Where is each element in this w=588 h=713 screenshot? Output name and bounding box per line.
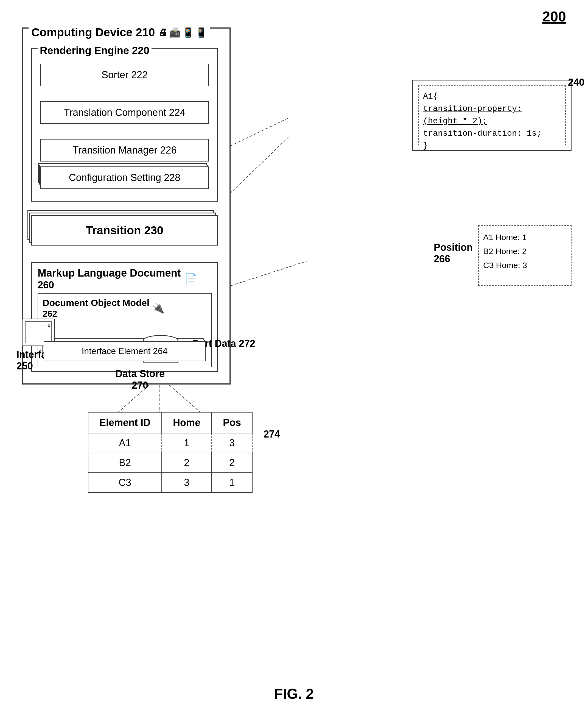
sorter-box: Sorter 222: [40, 64, 209, 86]
table-header-home: Home: [162, 412, 212, 433]
css-block-inner: A1{ transition-property: (height * 2); t…: [418, 85, 566, 145]
css-text: A1{ transition-property: (height * 2); t…: [423, 90, 561, 152]
transition-box: Transition 230: [31, 215, 218, 246]
markup-doc-label: Markup Language Document260 📄: [38, 267, 198, 291]
table-row: C3 3 1: [88, 473, 252, 492]
table-cell-home: 1: [162, 433, 212, 453]
interface-element-stack: Interface Element 264: [44, 341, 206, 361]
position-text: A1 Home: 1 B2 Home: 2 C3 Home: 3: [483, 230, 567, 272]
position-label: Position 266: [434, 242, 473, 265]
css-block-box: A1{ transition-property: (height * 2); t…: [412, 80, 571, 151]
table-cell-pos: 1: [212, 473, 252, 492]
table-label-274: 274: [264, 428, 280, 440]
figure-number: 200: [542, 8, 566, 25]
fig-caption: FIG. 2: [274, 686, 314, 702]
device-icon-1: 🖨: [158, 27, 167, 38]
dom-icon: 🔌: [152, 302, 164, 314]
css-label-240: 240: [568, 77, 584, 88]
table-header-id: Element ID: [88, 412, 162, 433]
device-icon-4: 📱: [195, 27, 207, 38]
table-header-pos: Pos: [212, 412, 252, 433]
table-cell-id: B2: [88, 453, 162, 473]
table-row: A1 1 3: [88, 433, 252, 453]
table-cell-id: C3: [88, 473, 162, 492]
table-cell-pos: 3: [212, 433, 252, 453]
dom-label: Document Object Model262 🔌: [43, 298, 164, 319]
table-row: B2 2 2: [88, 453, 252, 473]
position-box: A1 Home: 1 B2 Home: 2 C3 Home: 3: [478, 225, 571, 286]
transition-stack: Transition 230: [31, 215, 218, 246]
table-cell-id: A1: [88, 433, 162, 453]
rendering-engine-label: Rendering Engine 220: [38, 45, 151, 57]
device-icons: 🖨 📠 📱 📱: [158, 27, 207, 38]
table-cell-home: 2: [162, 453, 212, 473]
doc-icon: 📄: [184, 273, 198, 286]
data-table: Element ID Home Pos A1 1 3 B2 2 2 C3 3 1: [88, 412, 253, 493]
data-store-label: Data Store 270: [115, 368, 165, 391]
device-icon-3: 📱: [182, 27, 194, 38]
rendering-engine-box: Rendering Engine 220 Sorter 222 Translat…: [31, 48, 218, 202]
computing-device-label: Computing Device 210 🖨 📠 📱 📱: [28, 26, 210, 39]
table-cell-pos: 2: [212, 453, 252, 473]
device-icon-2: 📠: [169, 27, 181, 38]
transition-manager-box: Transition Manager 226: [40, 139, 209, 162]
config-setting-box: Configuration Setting 228: [40, 166, 209, 189]
dom-box: Document Object Model262 🔌 Interface Ele…: [38, 293, 212, 367]
interface-element-box: Interface Element 264: [44, 341, 206, 361]
markup-doc-box: Markup Language Document260 📄 Document O…: [31, 262, 218, 372]
config-setting-stack: Configuration Setting 228: [40, 166, 209, 189]
table-cell-home: 3: [162, 473, 212, 492]
translation-box: Translation Component 224: [40, 101, 209, 124]
